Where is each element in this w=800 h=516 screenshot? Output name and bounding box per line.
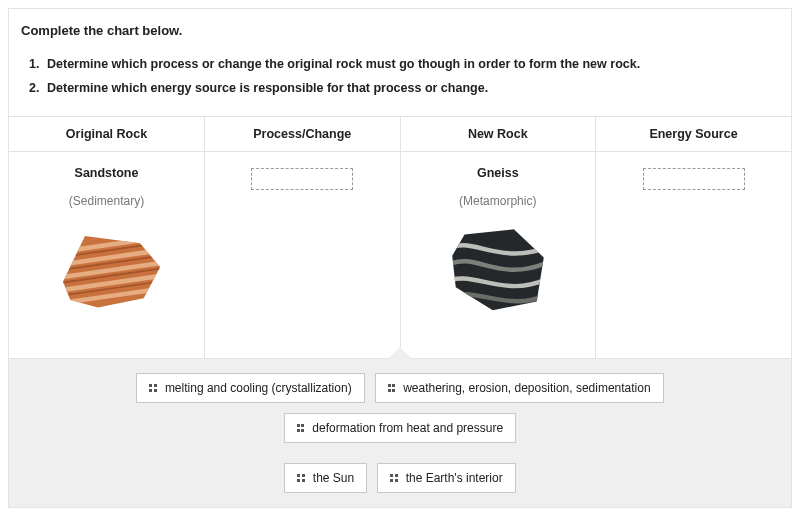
chip-label: deformation from heat and pressure	[312, 421, 503, 435]
dropzone-process[interactable]	[251, 168, 353, 190]
chip-label: weathering, erosion, deposition, sedimen…	[403, 381, 651, 395]
original-rock-type: (Sedimentary)	[15, 194, 198, 208]
table-row: Sandstone (Sedimentary)	[9, 152, 791, 359]
answer-bank: melting and cooling (crystallization) we…	[9, 359, 791, 507]
column-header-new: New Rock	[400, 117, 596, 152]
chip-label: the Earth's interior	[406, 471, 503, 485]
answer-chip[interactable]: the Sun	[284, 463, 367, 493]
sandstone-image	[52, 224, 162, 312]
column-header-energy: Energy Source	[596, 117, 792, 152]
instruction-item: Determine which process or change the or…	[43, 52, 791, 76]
chip-label: the Sun	[313, 471, 354, 485]
original-rock-name: Sandstone	[15, 166, 198, 180]
drag-handle-icon	[149, 384, 157, 392]
rock-cycle-table: Original Rock Process/Change New Rock En…	[9, 116, 791, 359]
drag-handle-icon	[390, 474, 398, 482]
new-rock-name: Gneiss	[407, 166, 590, 180]
cell-original-rock: Sandstone (Sedimentary)	[9, 152, 205, 359]
answer-chip[interactable]: melting and cooling (crystallization)	[136, 373, 364, 403]
question-heading: Complete the chart below.	[9, 23, 791, 52]
column-header-process: Process/Change	[205, 117, 401, 152]
new-rock-type: (Metamorphic)	[407, 194, 590, 208]
cell-energy	[596, 152, 792, 359]
answer-chip[interactable]: weathering, erosion, deposition, sedimen…	[375, 373, 664, 403]
answer-chip[interactable]: deformation from heat and pressure	[284, 413, 516, 443]
cell-new-rock: Gneiss (Metamorphic)	[400, 152, 596, 359]
drag-handle-icon	[297, 474, 305, 482]
instruction-item: Determine which energy source is respons…	[43, 76, 791, 100]
dropzone-energy[interactable]	[643, 168, 745, 190]
bank-notch	[388, 347, 412, 359]
drag-handle-icon	[297, 424, 305, 432]
question-card: Complete the chart below. Determine whic…	[8, 8, 792, 508]
column-header-original: Original Rock	[9, 117, 205, 152]
cell-process	[205, 152, 401, 359]
chip-label: melting and cooling (crystallization)	[165, 381, 352, 395]
gneiss-image	[443, 224, 553, 312]
drag-handle-icon	[388, 384, 396, 392]
instruction-list: Determine which process or change the or…	[43, 52, 791, 100]
answer-chip[interactable]: the Earth's interior	[377, 463, 516, 493]
